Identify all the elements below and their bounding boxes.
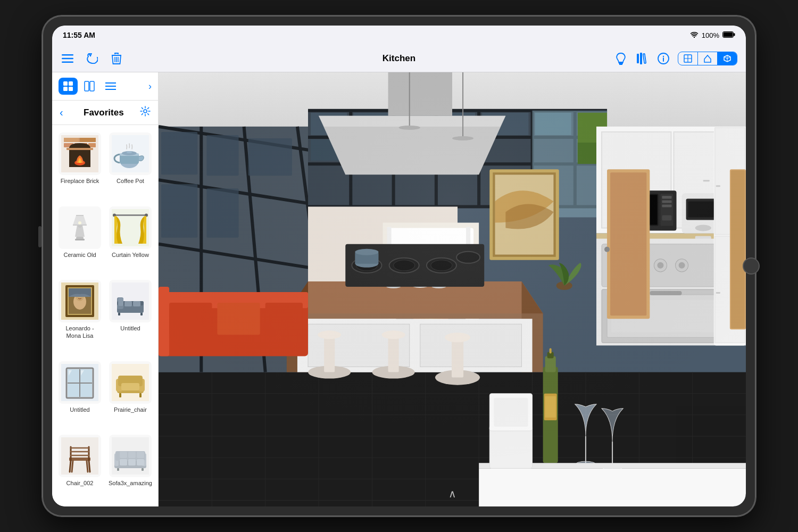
- menu-button[interactable]: [61, 52, 74, 65]
- svg-rect-109: [142, 468, 144, 471]
- item-label: Chair_002: [66, 479, 94, 487]
- svg-rect-68: [118, 298, 123, 306]
- svg-point-17: [663, 55, 664, 56]
- list-tab[interactable]: [101, 78, 120, 95]
- svg-rect-6: [62, 61, 73, 63]
- svg-rect-71: [118, 313, 120, 315]
- svg-rect-24: [63, 87, 68, 91]
- view-mode-group: [678, 52, 737, 65]
- svg-rect-70: [133, 301, 140, 306]
- item-label: Curtain Yellow: [112, 251, 149, 259]
- info-button[interactable]: [656, 52, 670, 65]
- svg-rect-22: [63, 81, 68, 86]
- svg-rect-27: [90, 81, 94, 91]
- item-label: Sofa3x_amazing: [109, 479, 152, 487]
- svg-line-90: [72, 461, 73, 472]
- item-label: Fireplace Brick: [61, 177, 99, 185]
- floor-plan-button[interactable]: [678, 52, 698, 65]
- page-title: Kitchen: [383, 53, 415, 64]
- house-button[interactable]: [698, 52, 718, 65]
- svg-rect-107: [137, 452, 144, 458]
- item-thumbnail: [109, 361, 152, 404]
- list-item[interactable]: Ceramic Old: [56, 203, 103, 274]
- svg-rect-26: [85, 81, 89, 91]
- item-thumbnail: [59, 132, 101, 175]
- svg-rect-83: [121, 383, 139, 390]
- sidebar-header: ‹ Favorites: [52, 101, 158, 125]
- trash-button[interactable]: [110, 52, 123, 65]
- svg-rect-103: [128, 459, 136, 466]
- item-label: Prairie_chair: [114, 406, 147, 413]
- svg-point-0: [694, 36, 695, 37]
- item-thumbnail: [59, 435, 101, 477]
- svg-rect-49: [75, 239, 85, 240]
- item-thumbnail: [109, 435, 152, 477]
- toolbar: Kitchen: [52, 45, 746, 72]
- svg-point-46: [127, 151, 132, 153]
- list-item[interactable]: Untitled: [106, 277, 154, 355]
- list-item[interactable]: Sofa3x_amazing: [106, 431, 154, 502]
- svg-line-91: [87, 461, 88, 472]
- device-frame: 11:55 AM 100%: [43, 16, 755, 516]
- library-button[interactable]: [635, 52, 649, 65]
- svg-point-50: [78, 221, 81, 225]
- sidebar-tabs: ›: [52, 72, 158, 101]
- item-thumbnail: [59, 206, 101, 249]
- svg-rect-40: [66, 148, 93, 150]
- 3d-view-button[interactable]: [718, 52, 737, 65]
- svg-rect-106: [128, 452, 136, 458]
- favorites-grid: Fireplace Brick: [52, 125, 158, 506]
- favorites-title: Favorites: [68, 107, 140, 118]
- battery-icon: [722, 31, 735, 39]
- svg-rect-85: [139, 393, 142, 397]
- svg-rect-52: [114, 214, 146, 216]
- svg-rect-23: [69, 81, 73, 86]
- lightbulb-button[interactable]: [614, 52, 628, 65]
- svg-rect-4: [62, 54, 73, 56]
- item-thumbnail: [109, 280, 152, 322]
- main-content: › ‹ Favorites: [52, 72, 746, 506]
- svg-rect-108: [117, 468, 119, 471]
- item-label: Ceramic Old: [63, 251, 96, 259]
- list-item[interactable]: Chair_002: [56, 431, 103, 502]
- svg-rect-3: [724, 32, 733, 37]
- list-item[interactable]: Untitled: [56, 358, 103, 429]
- objects-tab[interactable]: [59, 78, 78, 95]
- battery-percentage: 100%: [702, 31, 719, 39]
- screen: 11:55 AM 100%: [52, 26, 746, 506]
- svg-rect-69: [124, 301, 132, 306]
- toolbar-left: [61, 52, 614, 65]
- materials-tab[interactable]: [80, 78, 99, 95]
- list-item[interactable]: Coffee Pot: [106, 129, 154, 200]
- expand-sidebar-button[interactable]: ›: [148, 81, 152, 92]
- item-label: Untitled: [120, 325, 140, 332]
- svg-rect-105: [120, 452, 127, 458]
- expand-button[interactable]: ∧: [448, 487, 456, 500]
- svg-rect-84: [119, 393, 121, 397]
- status-icons: 100%: [690, 31, 735, 39]
- back-button[interactable]: ‹: [60, 106, 63, 119]
- svg-rect-15: [643, 53, 646, 63]
- item-thumbnail: [59, 361, 101, 404]
- list-item[interactable]: Curtain Yellow: [106, 203, 154, 274]
- undo-button[interactable]: [85, 52, 99, 65]
- svg-line-88: [70, 461, 71, 472]
- item-thumbnail: [59, 280, 101, 322]
- list-item[interactable]: Prairie_chair: [106, 358, 154, 429]
- list-item[interactable]: Fireplace Brick: [56, 129, 103, 200]
- 3d-view[interactable]: ∧: [159, 72, 746, 506]
- home-button[interactable]: [743, 257, 760, 275]
- svg-rect-104: [137, 459, 144, 466]
- wifi-icon: [690, 31, 699, 39]
- settings-button[interactable]: [140, 106, 151, 119]
- item-thumbnail: [109, 206, 152, 249]
- svg-rect-102: [120, 459, 127, 466]
- svg-rect-13: [637, 54, 639, 63]
- side-button[interactable]: [38, 226, 41, 247]
- svg-rect-25: [69, 87, 73, 91]
- kitchen-scene: [159, 72, 746, 506]
- svg-point-31: [144, 110, 147, 113]
- svg-rect-72: [140, 313, 143, 315]
- status-bar: 11:55 AM 100%: [52, 26, 746, 45]
- list-item[interactable]: Leonardo - Mona Lisa: [56, 277, 103, 355]
